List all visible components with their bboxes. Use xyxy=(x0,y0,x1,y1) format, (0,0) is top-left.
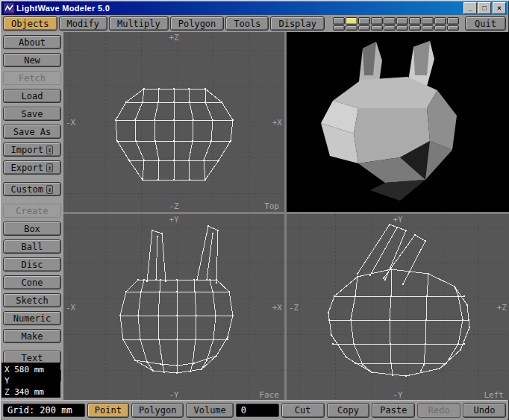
redo-button: Redo xyxy=(417,403,460,418)
axis-label-minus-y: -Y xyxy=(169,390,178,400)
viewport-perspective[interactable] xyxy=(287,32,509,212)
sidebar-button-export[interactable]: Export ↕ xyxy=(3,160,61,175)
titlebar: LightWave Modeler 5.0 _ □ × xyxy=(1,1,508,15)
tab-tools[interactable]: Tools xyxy=(225,16,269,31)
lightwave-modeler-window: LightWave Modeler 5.0 _ □ × Objects Modi… xyxy=(0,0,509,420)
mode-polygon-button[interactable]: Polygon xyxy=(131,403,184,418)
axis-label-plus-x: +X xyxy=(272,303,282,313)
sidebar-button-export-label: Export xyxy=(11,163,43,173)
mode-point-button[interactable]: Point xyxy=(87,403,129,418)
axis-label-plus-x: +X xyxy=(272,117,282,127)
axis-label-minus-z: -Z xyxy=(169,201,178,211)
grid-size-display: Grid: 200 mm xyxy=(3,404,85,417)
popup-arrows-icon: ↕ xyxy=(46,163,53,172)
tab-multiply[interactable]: Multiply xyxy=(109,16,169,31)
app-icon xyxy=(4,3,14,13)
axis-label-minus-y: -Y xyxy=(393,390,402,400)
viewport-face[interactable]: +Y -X +X -Y Face xyxy=(63,214,284,401)
top-view-wireframe[interactable] xyxy=(63,32,284,212)
mode-volume-button[interactable]: Volume xyxy=(186,403,233,418)
tab-modify[interactable]: Modify xyxy=(59,16,107,31)
layer-4-bg-button[interactable] xyxy=(371,25,383,31)
layer-5-fg-button[interactable] xyxy=(384,17,396,25)
menubar: Objects Modify Multiply Polygon Tools Di… xyxy=(1,15,508,33)
layer-5-bg-button[interactable] xyxy=(384,25,396,31)
coord-z: Z 340 mm xyxy=(4,386,60,398)
statusbar: Grid: 200 mm Point Polygon Volume 0 Cut … xyxy=(1,400,508,420)
sidebar-button-custom[interactable]: Custom ↕ xyxy=(3,182,61,196)
popup-arrows-icon: ↕ xyxy=(46,185,53,194)
window-title: LightWave Modeler 5.0 xyxy=(16,4,463,13)
axis-label-plus-y: +Y xyxy=(169,215,178,225)
layer-8-bg-button[interactable] xyxy=(422,25,434,31)
layer-3-bg-button[interactable] xyxy=(358,25,370,31)
face-view-wireframe[interactable] xyxy=(63,214,284,401)
layer-10-bg-button[interactable] xyxy=(447,25,459,31)
paste-button[interactable]: Paste xyxy=(372,403,415,418)
tab-objects[interactable]: Objects xyxy=(3,16,57,31)
layer-3-fg-button[interactable] xyxy=(358,17,370,25)
left-view-wireframe[interactable] xyxy=(287,214,509,401)
layer-10-fg-button[interactable] xyxy=(447,17,459,25)
viewport-grid: +Z -X +X -Z Top +Y -X +X -Y Face +Y -Z +… xyxy=(63,32,509,401)
viewport-left[interactable]: +Y -Z +Z -Y Left xyxy=(287,214,509,401)
coordinate-readout: X 580 mm Y Z 340 mm xyxy=(1,363,60,398)
axis-label-plus-z: +Z xyxy=(169,33,178,43)
sidebar-button-save-as[interactable]: Save As xyxy=(3,125,61,139)
popup-arrows-icon: ↕ xyxy=(46,145,53,154)
sidebar-button-custom-label: Custom xyxy=(11,184,43,195)
axis-label-minus-z: -Z xyxy=(289,303,299,313)
sidebar-button-make[interactable]: Make xyxy=(3,329,61,343)
sidebar-button-sketch[interactable]: Sketch xyxy=(3,293,61,307)
minimize-button[interactable]: _ xyxy=(463,2,477,14)
sidebar-button-box[interactable]: Box xyxy=(3,222,61,236)
layer-1-bg-button[interactable] xyxy=(333,25,345,31)
copy-button[interactable]: Copy xyxy=(327,403,370,418)
close-button[interactable]: × xyxy=(493,2,506,14)
coord-x: X 580 mm xyxy=(4,364,60,375)
cut-button[interactable]: Cut xyxy=(281,403,325,418)
sidebar-button-import-label: Import xyxy=(11,145,43,155)
layer-9-bg-button[interactable] xyxy=(434,25,446,31)
tab-polygon[interactable]: Polygon xyxy=(170,16,225,31)
layer-2-fg-button[interactable] xyxy=(346,17,357,25)
selection-counter: 0 xyxy=(236,404,279,417)
sidebar-label-create: Create xyxy=(3,204,61,218)
sidebar-button-numeric[interactable]: Numeric xyxy=(3,311,61,325)
sidebar: About New Fetch Load Save Save As Import… xyxy=(1,32,63,401)
axis-label-minus-x: -X xyxy=(66,303,75,313)
axis-label-plus-z: +Z xyxy=(497,303,507,313)
layer-7-bg-button[interactable] xyxy=(409,25,421,31)
perspective-shaded-model[interactable] xyxy=(287,32,509,212)
viewport-name-top: Top xyxy=(264,201,279,211)
sidebar-button-about[interactable]: About xyxy=(3,35,61,49)
axis-label-minus-x: -X xyxy=(66,117,75,127)
layer-7-fg-button[interactable] xyxy=(409,17,421,25)
axis-label-plus-y: +Y xyxy=(393,215,402,225)
undo-button[interactable]: Undo xyxy=(463,403,506,418)
coord-y: Y xyxy=(4,375,60,386)
layer-6-fg-button[interactable] xyxy=(396,17,408,25)
viewport-name-face: Face xyxy=(260,390,280,400)
viewport-name-left: Left xyxy=(484,390,505,400)
sidebar-button-load[interactable]: Load xyxy=(3,89,61,103)
layer-1-fg-button[interactable] xyxy=(333,17,345,25)
viewport-top[interactable]: +Z -X +X -Z Top xyxy=(63,32,284,212)
layer-6-bg-button[interactable] xyxy=(396,25,408,31)
layer-2-bg-button[interactable] xyxy=(346,25,357,31)
layer-8-fg-button[interactable] xyxy=(422,17,434,25)
sidebar-button-cone[interactable]: Cone xyxy=(3,275,61,289)
sidebar-button-fetch: Fetch xyxy=(3,71,61,85)
layer-4-fg-button[interactable] xyxy=(371,17,383,25)
sidebar-button-ball[interactable]: Ball xyxy=(3,239,61,254)
sidebar-button-new[interactable]: New xyxy=(3,53,61,67)
layer-bank xyxy=(333,17,459,31)
sidebar-button-save[interactable]: Save xyxy=(3,107,61,121)
layer-9-fg-button[interactable] xyxy=(434,17,446,25)
tab-display[interactable]: Display xyxy=(270,16,325,31)
sidebar-button-import[interactable]: Import ↕ xyxy=(3,142,61,157)
quit-button[interactable]: Quit xyxy=(465,16,506,31)
maximize-button[interactable]: □ xyxy=(478,2,491,14)
sidebar-button-disc[interactable]: Disc xyxy=(3,257,61,272)
